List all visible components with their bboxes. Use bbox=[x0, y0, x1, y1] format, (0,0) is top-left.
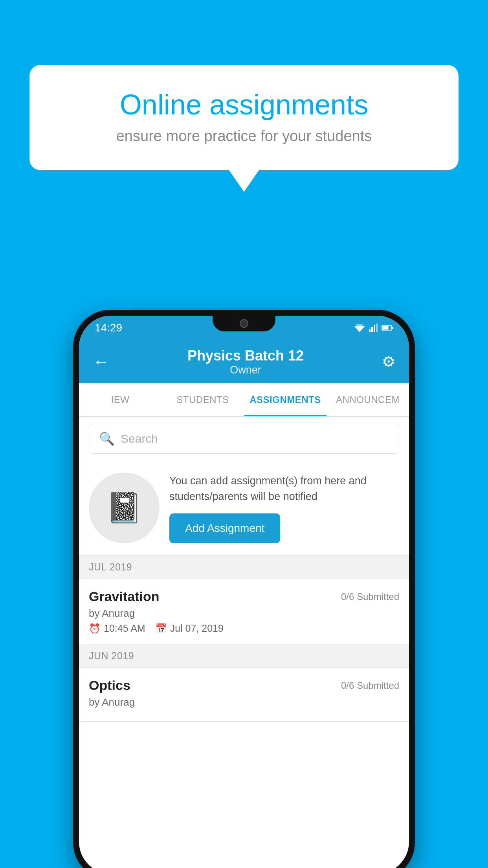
search-placeholder: Search bbox=[121, 432, 158, 445]
assignment-header-gravitation: Gravitation 0/6 Submitted bbox=[89, 589, 399, 604]
assignment-item-optics[interactable]: Optics 0/6 Submitted by Anurag bbox=[79, 668, 409, 722]
app-bar-subtitle: Owner bbox=[187, 364, 304, 376]
search-icon: 🔍 bbox=[99, 431, 115, 446]
meta-date-gravitation: 📅 Jul 07, 2019 bbox=[155, 623, 224, 634]
assignment-author-optics: by Anurag bbox=[89, 696, 399, 708]
phone-frame: 14:29 bbox=[73, 310, 415, 868]
info-card: 📓 You can add assignment(s) from here an… bbox=[79, 461, 409, 555]
clock-icon: ⏰ bbox=[89, 623, 101, 634]
assignment-submitted-gravitation: 0/6 Submitted bbox=[341, 591, 399, 602]
tab-students[interactable]: STUDENTS bbox=[161, 383, 244, 416]
speech-bubble-title: Online assignments bbox=[57, 88, 431, 121]
svg-rect-2 bbox=[369, 329, 371, 332]
assignment-item-gravitation[interactable]: Gravitation 0/6 Submitted by Anurag ⏰ 10… bbox=[79, 579, 409, 644]
assignment-header-optics: Optics 0/6 Submitted bbox=[89, 678, 399, 693]
meta-time-gravitation: ⏰ 10:45 AM bbox=[89, 623, 145, 634]
battery-icon bbox=[382, 325, 393, 331]
tab-announcements[interactable]: ANNOUNCEM bbox=[327, 383, 409, 416]
add-assignment-button[interactable]: Add Assignment bbox=[169, 513, 280, 543]
search-container: 🔍 Search bbox=[79, 417, 409, 461]
speech-bubble-arrow bbox=[229, 170, 259, 192]
calendar-icon: 📅 bbox=[155, 623, 167, 634]
assignment-time-gravitation: 10:45 AM bbox=[104, 623, 145, 634]
speech-bubble-subtitle: ensure more practice for your students bbox=[57, 128, 431, 145]
assignment-submitted-optics: 0/6 Submitted bbox=[341, 680, 399, 691]
svg-rect-8 bbox=[392, 327, 393, 329]
search-box[interactable]: 🔍 Search bbox=[89, 424, 399, 454]
assignment-meta-gravitation: ⏰ 10:45 AM 📅 Jul 07, 2019 bbox=[89, 623, 399, 634]
tab-assignments[interactable]: ASSIGNMENTS bbox=[244, 383, 327, 416]
phone-inner: 14:29 bbox=[79, 316, 409, 868]
assignment-date-gravitation: Jul 07, 2019 bbox=[170, 623, 224, 634]
app-bar-title: Physics Batch 12 bbox=[187, 348, 304, 364]
app-bar: ← Physics Batch 12 Owner ⚙ bbox=[79, 340, 409, 383]
status-bar: 14:29 bbox=[79, 316, 409, 340]
speech-bubble-wrapper: Online assignments ensure more practice … bbox=[29, 65, 459, 192]
month-section-jun: JUN 2019 bbox=[79, 644, 409, 668]
month-section-jul: JUL 2019 bbox=[79, 555, 409, 579]
assignment-author-gravitation: by Anurag bbox=[89, 607, 399, 620]
tab-iew[interactable]: IEW bbox=[79, 383, 161, 416]
wifi-icon bbox=[354, 324, 365, 332]
info-card-text: You can add assignment(s) from here and … bbox=[169, 473, 399, 505]
month-label-jun: JUN 2019 bbox=[89, 650, 134, 661]
assignment-title-gravitation: Gravitation bbox=[89, 589, 159, 604]
speech-bubble: Online assignments ensure more practice … bbox=[29, 65, 459, 170]
status-bar-icons bbox=[354, 324, 393, 332]
camera-dot bbox=[240, 319, 248, 328]
notch bbox=[213, 316, 275, 331]
settings-button[interactable]: ⚙ bbox=[382, 353, 395, 370]
notebook-icon-circle: 📓 bbox=[89, 473, 160, 543]
status-bar-time: 14:29 bbox=[95, 322, 122, 334]
svg-rect-5 bbox=[376, 324, 378, 332]
tabs-bar: IEW STUDENTS ASSIGNMENTS ANNOUNCEM bbox=[79, 383, 409, 417]
notebook-icon: 📓 bbox=[106, 491, 143, 525]
back-button[interactable]: ← bbox=[93, 352, 109, 371]
month-label-jul: JUL 2019 bbox=[89, 561, 132, 572]
svg-rect-4 bbox=[374, 325, 375, 332]
assignment-title-optics: Optics bbox=[89, 678, 130, 693]
info-card-right: You can add assignment(s) from here and … bbox=[169, 473, 399, 543]
app-bar-title-group: Physics Batch 12 Owner bbox=[187, 348, 304, 376]
svg-rect-7 bbox=[382, 326, 389, 330]
svg-rect-3 bbox=[371, 327, 373, 332]
signal-icon bbox=[369, 324, 378, 332]
